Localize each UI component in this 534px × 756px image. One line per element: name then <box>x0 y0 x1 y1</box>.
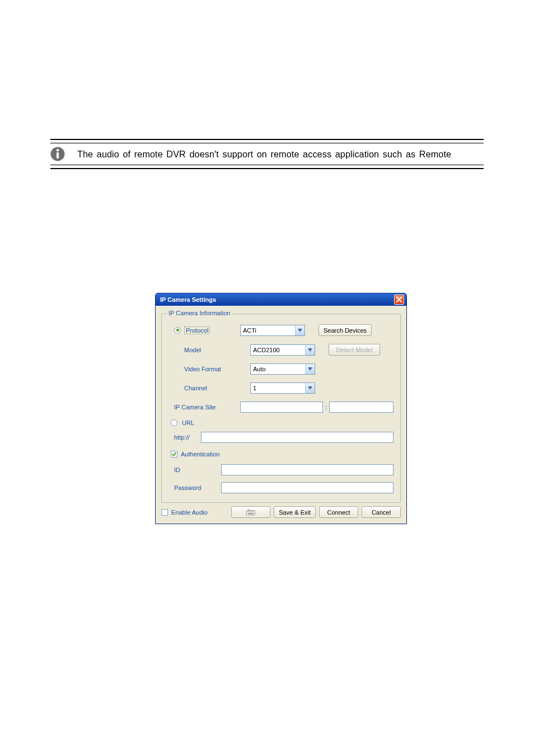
channel-select[interactable]: 1 <box>250 382 315 394</box>
svg-rect-8 <box>248 513 254 514</box>
svg-point-1 <box>57 149 59 151</box>
detect-model-label: Detect Model <box>336 347 373 353</box>
protocol-radio[interactable] <box>174 327 181 334</box>
rule <box>50 168 484 169</box>
model-select[interactable]: ACD2100 <box>250 344 315 356</box>
svg-rect-5 <box>249 511 250 512</box>
chevron-down-icon <box>295 325 305 335</box>
url-prefix: http:// <box>168 434 201 441</box>
cancel-label: Cancel <box>372 509 391 516</box>
channel-label: Channel <box>184 385 207 391</box>
url-radio[interactable] <box>171 419 177 426</box>
svg-rect-4 <box>247 511 249 512</box>
cancel-button[interactable]: Cancel <box>362 506 401 518</box>
authentication-label: Authentication <box>181 451 220 458</box>
connect-button[interactable]: Connect <box>319 506 358 518</box>
ip-port-separator: : <box>325 404 327 410</box>
protocol-label: Protocol <box>184 326 210 334</box>
close-icon <box>396 297 402 302</box>
id-label: ID <box>168 466 221 473</box>
rule <box>50 139 484 140</box>
detect-model-button[interactable]: Detect Model <box>329 344 380 356</box>
authentication-checkbox[interactable] <box>171 451 177 458</box>
url-label: URL <box>182 419 194 426</box>
connect-label: Connect <box>327 509 350 516</box>
note-text: The audio of remote DVR doesn't support … <box>77 149 451 160</box>
video-format-select[interactable]: Auto <box>250 363 315 375</box>
search-devices-label: Search Devices <box>324 327 367 334</box>
protocol-select-value: ACTi <box>243 327 256 334</box>
ip-camera-site-input[interactable] <box>240 402 323 413</box>
url-input[interactable] <box>201 432 394 443</box>
ip-camera-port-input[interactable] <box>329 402 394 413</box>
enable-audio-label: Enable Audio <box>171 509 208 516</box>
enable-audio-checkbox[interactable] <box>161 509 168 516</box>
id-input[interactable] <box>221 464 394 475</box>
keyboard-icon <box>246 509 255 515</box>
model-label: Model <box>184 347 201 353</box>
video-format-select-value: Auto <box>253 366 266 372</box>
ip-camera-settings-dialog: IP Camera Settings IP Camera Information… <box>155 293 407 524</box>
password-label: Password <box>168 484 221 491</box>
rule <box>50 165 484 165</box>
svg-rect-6 <box>251 511 252 512</box>
save-exit-label: Save & Exit <box>279 509 311 516</box>
model-select-value: ACD2100 <box>253 347 280 353</box>
password-input[interactable] <box>221 482 394 493</box>
svg-rect-7 <box>252 511 254 512</box>
virtual-keyboard-button[interactable] <box>231 506 270 518</box>
channel-select-value: 1 <box>253 385 256 391</box>
video-format-label: Video Format <box>184 366 221 372</box>
chevron-down-icon <box>305 383 315 393</box>
save-exit-button[interactable]: Save & Exit <box>274 506 316 518</box>
close-button[interactable] <box>394 295 404 305</box>
ip-camera-information-group: IP Camera Information Protocol ACTi Sear… <box>161 314 401 503</box>
group-legend: IP Camera Information <box>166 310 232 316</box>
info-icon <box>50 147 65 161</box>
dialog-body: IP Camera Information Protocol ACTi Sear… <box>156 306 406 524</box>
ip-camera-site-label: IP Camera Site <box>174 404 216 410</box>
svg-rect-2 <box>57 152 59 158</box>
titlebar[interactable]: IP Camera Settings <box>156 293 406 306</box>
protocol-select[interactable]: ACTi <box>240 325 305 336</box>
dialog-title: IP Camera Settings <box>160 296 394 303</box>
note-block: The audio of remote DVR doesn't support … <box>50 139 484 169</box>
chevron-down-icon <box>305 345 315 355</box>
chevron-down-icon <box>305 364 315 374</box>
check-icon <box>171 451 177 457</box>
search-devices-button[interactable]: Search Devices <box>318 324 372 336</box>
svg-rect-3 <box>247 511 255 515</box>
